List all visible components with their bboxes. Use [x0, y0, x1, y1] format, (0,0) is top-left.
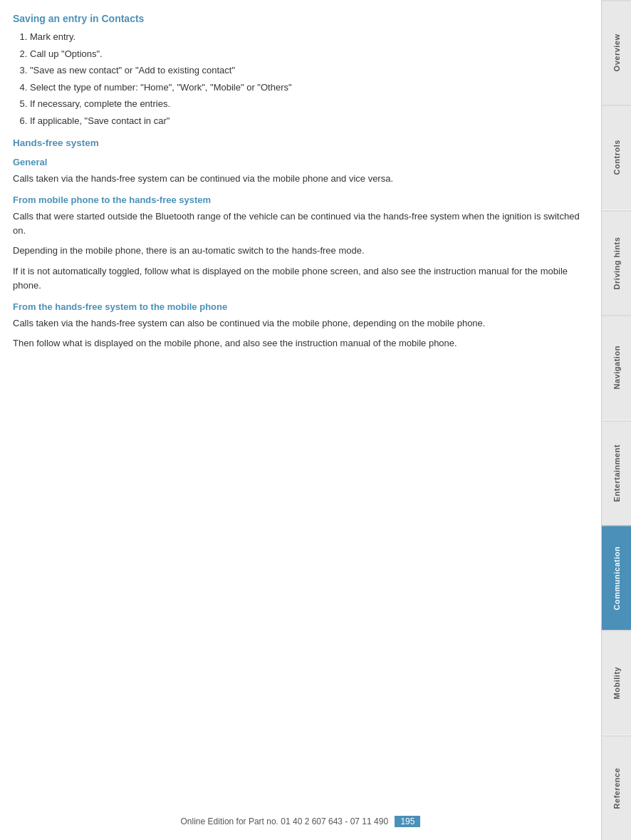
page-main-heading: Saving an entry in Contacts: [13, 13, 584, 24]
step-5: If necessary, complete the entries.: [30, 97, 584, 111]
step-4: Select the type of number: "Home", "Work…: [30, 81, 584, 95]
sidebar-tab-controls[interactable]: Controls: [602, 105, 631, 209]
subsection-1-para-2: If it is not automatically toggled, foll…: [13, 264, 584, 293]
steps-list: Mark entry.Call up "Options"."Save as ne…: [30, 30, 584, 128]
subsection-title-1: From mobile phone to the hands-free syst…: [13, 195, 584, 205]
subsection-title-2: From the hands-free system to the mobile…: [13, 301, 584, 312]
subsection-2-para-1: Then follow what is displayed on the mob…: [13, 336, 584, 351]
section2-heading: Hands-free system: [13, 138, 584, 148]
step-1: Mark entry.: [30, 30, 584, 44]
sidebar: OverviewControlsDriving hintsNavigationE…: [601, 0, 631, 840]
subsection-1-para-0: Calls that were started outside the Blue…: [13, 209, 584, 238]
sidebar-tab-overview[interactable]: Overview: [602, 0, 631, 105]
sidebar-tab-communication[interactable]: Communication: [602, 525, 631, 630]
subsection-0-para-0: Calls taken via the hands-free system ca…: [13, 172, 584, 186]
subsection-2-para-0: Calls taken via the hands-free system ca…: [13, 316, 584, 331]
sidebar-tab-navigation[interactable]: Navigation: [602, 315, 631, 420]
step-2: Call up "Options".: [30, 47, 584, 61]
sidebar-tab-mobility[interactable]: Mobility: [602, 630, 631, 735]
subsection-title-0: General: [13, 157, 584, 167]
page-number: 195: [395, 816, 420, 827]
step-3: "Save as new contact" or "Add to existin…: [30, 63, 584, 78]
subsection-1-para-1: Depending in the mobile phone, there is …: [13, 244, 584, 258]
sidebar-tab-driving-hints[interactable]: Driving hints: [602, 210, 631, 315]
main-content: Saving an entry in Contacts Mark entry.C…: [0, 0, 601, 840]
subsections-container: GeneralCalls taken via the hands-free sy…: [13, 157, 584, 351]
sidebar-tab-reference[interactable]: Reference: [602, 735, 631, 840]
footer-text: Online Edition for Part no. 01 40 2 607 …: [181, 816, 389, 826]
page-footer: Online Edition for Part no. 01 40 2 607 …: [0, 816, 601, 827]
sidebar-tab-entertainment[interactable]: Entertainment: [602, 420, 631, 525]
step-6: If applicable, "Save contact in car": [30, 114, 584, 128]
